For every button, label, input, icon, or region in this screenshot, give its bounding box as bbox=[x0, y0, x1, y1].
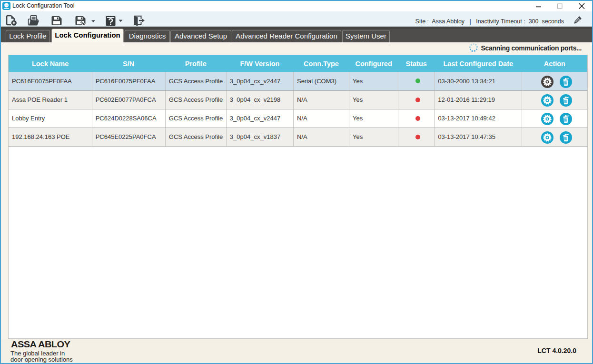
svg-text:LCT: LCT bbox=[4, 4, 9, 6]
